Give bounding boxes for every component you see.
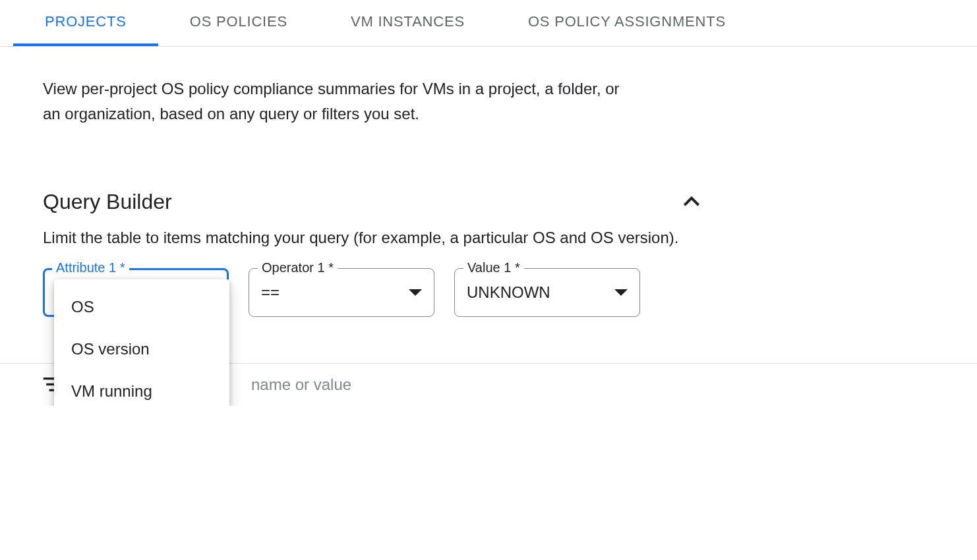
value-select-field: Value 1 * UNKNOWN: [454, 268, 640, 317]
value-select[interactable]: UNKNOWN: [454, 268, 640, 317]
attribute-dropdown-menu: OS OS version VM running Policy fingerpr…: [54, 279, 229, 406]
arrow-down-icon: [614, 289, 628, 296]
tab-os-policies[interactable]: OS POLICIES: [158, 0, 319, 46]
filter-placeholder[interactable]: name or value: [251, 376, 351, 394]
operator-value: ==: [261, 283, 280, 302]
filter-row: Attribute 1 * OS OS version VM running P…: [43, 268, 934, 317]
chevron-up-icon[interactable]: [681, 191, 702, 212]
query-builder-description: Limit the table to items matching your q…: [43, 229, 934, 247]
tabs-container: PROJECTS OS POLICIES VM INSTANCES OS POL…: [0, 0, 977, 47]
query-builder-title: Query Builder: [43, 190, 172, 214]
tab-projects[interactable]: PROJECTS: [13, 0, 158, 46]
operator-label: Operator 1 *: [258, 260, 338, 275]
dropdown-item-os[interactable]: OS: [54, 286, 229, 328]
main-content: View per-project OS policy compliance su…: [0, 47, 977, 317]
attribute-label: Attribute 1 *: [52, 260, 129, 275]
value-value: UNKNOWN: [467, 283, 550, 302]
query-builder-section: Query Builder Limit the table to items m…: [43, 190, 934, 317]
page-description: View per-project OS policy compliance su…: [43, 76, 623, 127]
tab-os-policy-assignments[interactable]: OS POLICY ASSIGNMENTS: [496, 0, 757, 46]
attribute-select-field: Attribute 1 * OS OS version VM running P…: [43, 268, 229, 317]
query-builder-header: Query Builder: [43, 190, 702, 214]
tab-vm-instances[interactable]: VM INSTANCES: [319, 0, 496, 46]
operator-select-field: Operator 1 * ==: [249, 268, 434, 317]
dropdown-item-os-version[interactable]: OS version: [54, 328, 229, 370]
value-label: Value 1 *: [463, 260, 524, 275]
dropdown-item-vm-running[interactable]: VM running: [54, 370, 229, 406]
arrow-down-icon: [409, 289, 422, 296]
operator-select[interactable]: ==: [249, 268, 434, 317]
